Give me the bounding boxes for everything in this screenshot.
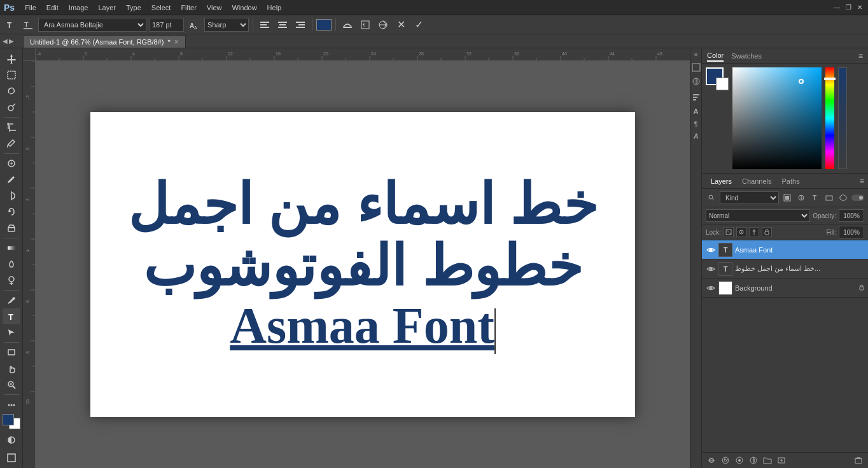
smart-object-filter-icon[interactable] (837, 192, 849, 203)
layer-item-arabic-text[interactable]: T ...خط اسماء من اجمل خطوط (702, 259, 868, 279)
zoom-tool[interactable] (3, 377, 20, 392)
lock-artboard-icon[interactable] (762, 227, 772, 237)
warp-text-button[interactable] (340, 17, 355, 32)
close-button[interactable]: ✕ (855, 3, 864, 12)
screen-mode[interactable] (3, 450, 20, 465)
align-right-button[interactable] (293, 17, 308, 32)
lock-position-icon[interactable] (749, 227, 759, 237)
lock-image-pixels-icon[interactable] (736, 227, 746, 237)
menu-layer[interactable]: Layer (93, 3, 121, 13)
tool-type-icon[interactable]: T (3, 17, 18, 32)
layer-visibility-toggle-3[interactable] (706, 283, 716, 293)
move-tool[interactable] (3, 51, 20, 66)
rectangle-tool[interactable] (3, 345, 20, 360)
bg-color-preview[interactable] (716, 78, 729, 90)
opacity-input[interactable] (839, 209, 864, 222)
layers-panel-menu[interactable]: ≡ (860, 177, 864, 186)
maximize-button[interactable]: ❐ (844, 3, 853, 12)
marquee-tool[interactable] (3, 67, 20, 82)
add-style-icon[interactable]: fx (720, 455, 731, 466)
clone-stamp-tool[interactable] (3, 188, 20, 203)
menu-file[interactable]: File (20, 3, 41, 13)
lasso-tool[interactable] (3, 83, 20, 99)
create-layer-icon[interactable] (776, 455, 787, 466)
document-tab[interactable]: Untitled-1 @ 66.7% (Asmaa Font, RGB/8#) … (23, 35, 186, 48)
pen-tool[interactable] (3, 292, 20, 308)
fill-input[interactable] (839, 226, 864, 238)
blend-mode-select[interactable]: Normal (706, 209, 810, 222)
menu-image[interactable]: Image (64, 3, 94, 13)
kind-filter-select[interactable]: Kind (720, 191, 779, 204)
toggle-3d-button[interactable] (375, 17, 391, 32)
layer-item-asmaa-font[interactable]: T Asmaa Font (702, 240, 868, 259)
crop-tool[interactable] (3, 120, 20, 135)
cancel-text-button[interactable]: ✕ (393, 17, 409, 32)
tab-scroll-left[interactable]: ◀ (3, 38, 8, 45)
shape-filter-icon[interactable] (823, 192, 835, 203)
adjustment-filter-icon[interactable] (795, 192, 807, 203)
confirm-text-button[interactable]: ✓ (411, 17, 426, 32)
pixel-filter-icon[interactable] (781, 192, 793, 203)
filter-toggle[interactable] (851, 195, 864, 201)
add-adjustment-icon[interactable] (748, 455, 759, 466)
glyphs-panel-icon[interactable]: A (694, 133, 698, 140)
character-panel-button[interactable]: ¶ (358, 17, 373, 32)
link-layers-icon[interactable] (706, 455, 717, 466)
lock-transparent-pixels-icon[interactable] (724, 227, 734, 237)
adjustments-icon[interactable] (692, 77, 701, 87)
panel-collapse-icon[interactable]: « (694, 51, 698, 58)
menu-help[interactable]: Help (262, 3, 287, 13)
quick-mask-mode[interactable] (3, 432, 20, 448)
minimize-button[interactable]: — (832, 3, 841, 12)
antialiasing-selector[interactable]: Sharp (204, 18, 249, 32)
alpha-slider[interactable] (838, 67, 847, 169)
text-color-swatch[interactable] (316, 19, 332, 31)
menu-edit[interactable]: Edit (41, 3, 64, 13)
layer-visibility-toggle-2[interactable] (706, 264, 716, 274)
brush-tool[interactable] (3, 172, 20, 187)
foreground-color-swatch[interactable] (3, 414, 14, 425)
canvas-english-text[interactable]: Asmaa Font (128, 297, 598, 355)
healing-brush-tool[interactable] (3, 155, 20, 170)
text-orientation-button[interactable]: T (20, 17, 36, 32)
menu-window[interactable]: Window (227, 3, 262, 13)
tab-channels[interactable]: Channels (737, 176, 776, 186)
path-selection-tool[interactable] (3, 325, 20, 340)
type-tool[interactable]: T (3, 308, 20, 324)
menu-type[interactable]: Type (121, 3, 146, 13)
font-size-input[interactable] (149, 18, 184, 32)
properties-icon[interactable] (692, 92, 701, 102)
eraser-tool[interactable] (3, 220, 20, 235)
font-family-selector[interactable]: Ara Asmaa Beltajie (38, 18, 146, 32)
tab-scroll-right[interactable]: ▶ (9, 38, 14, 45)
align-center-button[interactable] (275, 17, 290, 32)
character-panel-icon[interactable]: A (694, 107, 699, 115)
delete-layer-icon[interactable] (853, 455, 864, 466)
layer-visibility-toggle-1[interactable] (706, 245, 716, 255)
color-spectrum[interactable] (732, 67, 822, 169)
type-filter-icon[interactable]: T (809, 192, 821, 203)
hand-tool[interactable] (3, 361, 20, 376)
tab-layers[interactable]: Layers (706, 176, 737, 186)
menu-filter[interactable]: Filter (176, 3, 201, 13)
canvas-document[interactable]: خط اسماء من اجمل خطوط الفوتوشوب Asmaa Fo… (90, 112, 635, 417)
color-panel-menu[interactable]: ≡ (858, 52, 863, 60)
add-mask-icon[interactable] (734, 455, 745, 466)
extra-tools[interactable] (3, 397, 20, 412)
tab-paths[interactable]: Paths (777, 176, 805, 186)
tab-close-button[interactable]: × (174, 38, 179, 46)
eyedropper-tool[interactable] (3, 135, 20, 151)
create-group-icon[interactable] (762, 455, 773, 466)
menu-view[interactable]: View (202, 3, 227, 13)
paragraph-panel-icon[interactable]: ¶ (694, 120, 698, 128)
tab-color[interactable]: Color (707, 50, 724, 62)
tab-swatches[interactable]: Swatches (731, 51, 762, 61)
layer-item-background[interactable]: Background (702, 279, 868, 298)
hue-slider[interactable] (825, 67, 834, 169)
history-brush-tool[interactable] (3, 204, 20, 219)
gradient-tool[interactable] (3, 240, 20, 256)
align-left-button[interactable] (257, 17, 272, 32)
history-icon[interactable] (692, 63, 701, 72)
dodge-tool[interactable] (3, 273, 20, 288)
menu-select[interactable]: Select (146, 3, 176, 13)
